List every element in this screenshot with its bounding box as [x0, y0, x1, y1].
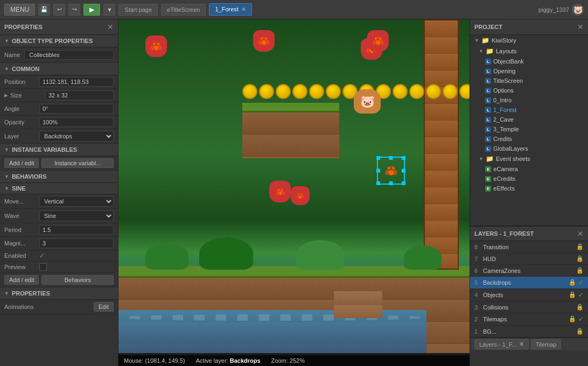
tab-etitlescreen[interactable]: eTitleScreen [161, 4, 206, 16]
layout-1forest-label: 1_Forest [493, 107, 516, 113]
instance-var-button[interactable]: Instance variabl... [41, 158, 114, 168]
layers-close-icon[interactable]: ✕ [577, 229, 584, 238]
angle-value[interactable]: 0° [39, 104, 114, 114]
instance-add-edit-button[interactable]: Add / edit [4, 158, 39, 168]
handle-bl[interactable] [376, 181, 380, 185]
layouts-folder[interactable]: ▼ 📁 Layouts [470, 46, 588, 57]
layout-opening[interactable]: L Opening [470, 66, 588, 76]
lock-icon[interactable]: 🔒 [576, 328, 584, 335]
layer-7[interactable]: 7 HUD 🔒 [470, 253, 588, 265]
layer-3[interactable]: 3 Collisions 🔒 [470, 301, 588, 313]
save-icon[interactable]: 💾 [38, 4, 50, 16]
event-sheets-label: Event sheets [496, 156, 530, 162]
position-value[interactable]: 1132.181, 118.53 [39, 77, 114, 87]
layout-credits[interactable]: L Credits [470, 134, 588, 144]
lock-icon[interactable]: 🔒 [576, 255, 584, 262]
behaviors-section[interactable]: ▼ BEHAVIORS [0, 171, 118, 183]
layout-3temple[interactable]: L 3_Temple [470, 124, 588, 134]
layers-tab-close-icon[interactable]: ✕ [519, 341, 524, 348]
eye-icon[interactable]: ✓ [578, 279, 584, 286]
layout-file-icon: L [485, 117, 491, 123]
common-section[interactable]: ▼ COMMON [0, 63, 118, 75]
canvas-area[interactable]: 🦀 🦀 🦀 🦀 🦀 🦀 🐷 🦀 [118, 19, 470, 366]
eye-icon[interactable]: ✓ [578, 315, 584, 323]
size-value[interactable]: 32 x 32 [45, 90, 114, 100]
properties-close-icon[interactable]: ✕ [107, 23, 114, 31]
tab-1forest[interactable]: 1_Forest✕ [209, 3, 251, 16]
handle-bm[interactable] [389, 181, 393, 185]
animations-edit-button[interactable]: Edit [94, 302, 114, 312]
lock-icon[interactable]: 🔒 [576, 304, 584, 311]
behaviors-add-edit-button[interactable]: Add / edit [4, 275, 39, 285]
layout-objectbank[interactable]: L ObjectBank [470, 57, 588, 66]
coin [309, 84, 324, 99]
preview-checkbox[interactable] [39, 263, 47, 271]
move-select[interactable]: Vertical [39, 196, 114, 207]
event-ecamera[interactable]: E eCamera [470, 164, 588, 174]
layout-2cave[interactable]: L 2_Cave [470, 115, 588, 124]
coin [242, 84, 257, 99]
layer-7-num: 7 [474, 256, 483, 262]
tab-start-page[interactable]: Start page [118, 4, 158, 16]
lock-icon[interactable]: 🔒 [569, 315, 576, 323]
magni-value[interactable]: 3 [39, 238, 114, 248]
lock-icon[interactable]: 🔒 [569, 291, 576, 299]
sine-header[interactable]: ▼ SINE [4, 185, 114, 192]
selection-box: 🦀 [377, 157, 405, 185]
layout-1forest[interactable]: L 1_Forest [470, 105, 588, 115]
handle-br[interactable] [402, 181, 405, 185]
enabled-checkbox[interactable]: ✓ [39, 252, 45, 259]
lock-icon[interactable]: 🔒 [576, 267, 584, 274]
layers-tab[interactable]: Layers - 1_F... ✕ [474, 339, 529, 349]
layer-6[interactable]: 6 CameraZones 🔒 [470, 265, 588, 277]
layout-options[interactable]: L Options [470, 86, 588, 95]
tilemap-tab[interactable]: Tilemap [531, 339, 562, 349]
layer-2[interactable]: 2 Tilemaps 🔒 ✓ [470, 313, 588, 326]
tree-root[interactable]: ▼ 📁 KiwiStory [470, 35, 588, 46]
event-arrow-icon: ▼ [479, 156, 484, 161]
tab-close-icon[interactable]: ✕ [241, 6, 246, 12]
event-file-icon: E [485, 166, 491, 172]
layer-7-name: HUD [483, 256, 576, 262]
handle-ml[interactable] [376, 169, 380, 173]
layout-globallayers[interactable]: L GlobalLayers [470, 144, 588, 153]
lock-icon[interactable]: 🔒 [569, 279, 576, 286]
menu-button[interactable]: MENU [4, 4, 35, 16]
event-sheets-folder[interactable]: ▼ 📁 Event sheets [470, 153, 588, 164]
event-ecredits[interactable]: E eCredits [470, 174, 588, 184]
handle-tm[interactable] [389, 156, 393, 160]
project-close-icon[interactable]: ✕ [577, 23, 584, 31]
redo-icon[interactable]: ↪ [68, 4, 80, 16]
layout-0intro[interactable]: L 0_Intro [470, 95, 588, 105]
active-layer-value: Backdrops [230, 357, 261, 364]
event-eeffects[interactable]: E eEffects [470, 184, 588, 193]
layer-4[interactable]: 4 Objects 🔒 ✓ [470, 289, 588, 301]
lock-icon[interactable]: 🔒 [576, 243, 584, 250]
layout-file-icon: L [485, 126, 491, 132]
eye-icon[interactable]: ✓ [578, 291, 584, 299]
behaviors-title: BEHAVIORS [12, 173, 47, 180]
layer-select[interactable]: Backdrops [39, 131, 114, 142]
layout-titlescreen[interactable]: L TitleScreen [470, 76, 588, 86]
behaviors-add-row: Add / edit Behaviors [0, 273, 118, 287]
properties-section[interactable]: ▼ PROPERTIES [0, 287, 118, 300]
wave-select[interactable]: Sine [39, 210, 114, 221]
undo-icon[interactable]: ↩ [53, 4, 65, 16]
instance-variables-section[interactable]: ▼ INSTANCE VARIABLES [0, 144, 118, 156]
size-expand-icon[interactable]: ▶ [4, 93, 8, 98]
handle-tl[interactable] [376, 156, 380, 160]
period-value[interactable]: 1.5 [39, 225, 114, 235]
handle-tr[interactable] [402, 156, 405, 160]
play-button[interactable]: ▶ [83, 4, 100, 16]
handle-mr[interactable] [402, 169, 405, 173]
layer-8[interactable]: 8 Transition 🔒 [470, 241, 588, 253]
opacity-value[interactable]: 100% [39, 117, 114, 127]
layer-1[interactable]: 1 BG... 🔒 [470, 326, 588, 337]
layer-5[interactable]: 5 Backdrops 🔒 ✓ [470, 277, 588, 289]
play-settings-icon[interactable]: ▼ [103, 4, 115, 16]
object-type-section[interactable]: ▼ OBJECT TYPE PROPERTIES [0, 35, 118, 47]
enabled-row: Enabled ✓ [0, 250, 118, 262]
opacity-label: Opacity [4, 119, 39, 125]
platform-left-top [242, 103, 339, 112]
behaviors-button[interactable]: Behaviors [41, 275, 114, 285]
